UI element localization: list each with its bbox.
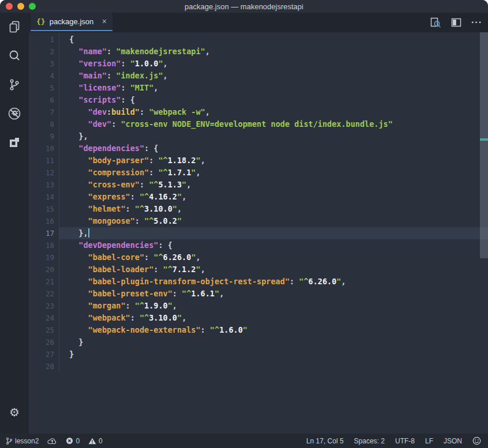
scrollbar[interactable]: [480, 32, 488, 434]
window-title: package.json — makenodejsrestapi: [0, 0, 488, 13]
line-number: 15: [29, 203, 59, 215]
code-lines: 1{2 "name": "makenodejsrestapi",3 "versi…: [29, 32, 488, 372]
line-number: 14: [29, 191, 59, 203]
line-number: 22: [29, 288, 59, 300]
code-line[interactable]: 15 "helmet": "^3.10.0",: [29, 203, 488, 215]
code-text: "name": "makenodejsrestapi",: [59, 46, 488, 58]
line-number: 17: [29, 227, 59, 239]
search-icon: [7, 48, 22, 63]
warnings-indicator[interactable]: 0: [88, 437, 103, 445]
code-line[interactable]: 19 "babel-core": "^6.26.0",: [29, 251, 488, 263]
close-tab-icon[interactable]: ×: [102, 17, 107, 26]
code-text: "compression": "^1.7.1",: [59, 167, 488, 179]
sidebar-item-source-control[interactable]: [0, 70, 29, 99]
code-line[interactable]: 20 "babel-loader": "^7.1.2",: [29, 263, 488, 276]
line-number: 9: [29, 130, 59, 142]
code-line[interactable]: 16 "mongoose": "^5.0.2": [29, 215, 488, 227]
code-line[interactable]: 14 "express": "^4.16.2",: [29, 191, 488, 203]
line-number: 6: [29, 94, 59, 106]
code-text: "dev:build": "webpack -w",: [59, 106, 488, 118]
more-actions-button[interactable]: ···: [471, 20, 482, 25]
status-right: Ln 17, Col 5 Spaces: 2 UTF-8 LF JSON: [306, 436, 488, 445]
code-line[interactable]: 2 "name": "makenodejsrestapi",: [29, 46, 488, 58]
tab-package-json[interactable]: {} package.json ×: [31, 13, 112, 31]
code-line[interactable]: 23 "morgan": "^1.9.0",: [29, 300, 488, 312]
code-line[interactable]: 8 "dev": "cross-env NODE_ENV=development…: [29, 118, 488, 130]
code-line[interactable]: 18 "devDependencies": {: [29, 239, 488, 251]
vscode-window: package.json — makenodejsrestapi: [0, 0, 488, 448]
git-branch-indicator[interactable]: lesson2: [6, 437, 39, 445]
code-line[interactable]: 13 "cross-env": "^5.1.3",: [29, 179, 488, 191]
code-line[interactable]: 3 "version": "1.0.0",: [29, 58, 488, 70]
settings-button[interactable]: ⚙: [0, 398, 29, 427]
code-line[interactable]: 5 "license": "MIT",: [29, 82, 488, 94]
code-text: "devDependencies": {: [59, 239, 488, 251]
line-number: 28: [29, 360, 59, 372]
status-left: lesson2 0: [0, 437, 103, 445]
encoding-indicator[interactable]: UTF-8: [395, 437, 415, 445]
sidebar-item-debug[interactable]: [0, 99, 29, 128]
line-number: 5: [29, 82, 59, 94]
code-line[interactable]: 6 "scripts": {: [29, 94, 488, 106]
line-number: 23: [29, 300, 59, 312]
code-line[interactable]: 28: [29, 360, 488, 372]
code-line[interactable]: 24 "webpack": "^3.10.0",: [29, 312, 488, 324]
code-line[interactable]: 1{: [29, 33, 488, 46]
line-number: 13: [29, 179, 59, 191]
titlebar: package.json — makenodejsrestapi: [0, 0, 488, 13]
line-number: 26: [29, 336, 59, 348]
editor[interactable]: 1{2 "name": "makenodejsrestapi",3 "versi…: [29, 32, 488, 434]
line-number: 4: [29, 70, 59, 82]
feedback-button[interactable]: [472, 436, 481, 445]
find-in-file-icon: [430, 17, 441, 28]
warnings-count: 0: [99, 437, 103, 445]
warning-icon: [88, 438, 96, 445]
code-text: }: [59, 348, 488, 360]
editor-actions: ···: [430, 13, 482, 32]
line-number: 19: [29, 251, 59, 263]
code-text: "webpack-node-externals": "^1.6.0": [59, 324, 488, 336]
line-number: 12: [29, 167, 59, 179]
code-line[interactable]: 25 "webpack-node-externals": "^1.6.0": [29, 324, 488, 336]
code-line[interactable]: 17 },: [29, 227, 488, 239]
language-mode-indicator[interactable]: JSON: [444, 437, 462, 445]
errors-indicator[interactable]: 0: [66, 437, 80, 445]
eol-indicator[interactable]: LF: [425, 437, 433, 445]
code-line[interactable]: 21 "babel-plugin-transform-object-rest-s…: [29, 276, 488, 288]
line-number: 20: [29, 263, 59, 276]
code-text: "babel-core": "^6.26.0",: [59, 251, 488, 263]
code-line[interactable]: 12 "compression": "^1.7.1",: [29, 167, 488, 179]
line-number: 8: [29, 118, 59, 130]
files-icon: [7, 20, 22, 35]
find-in-file-button[interactable]: [430, 17, 441, 28]
line-number: 10: [29, 142, 59, 155]
cloud-upload-icon: [47, 438, 57, 445]
split-editor-button[interactable]: [451, 18, 461, 27]
code-line[interactable]: 27}: [29, 348, 488, 360]
code-line[interactable]: 9 },: [29, 130, 488, 142]
code-line[interactable]: 10 "dependencies": {: [29, 142, 488, 155]
sidebar-item-explorer[interactable]: [0, 13, 29, 42]
scrollbar-thumb[interactable]: [480, 32, 488, 258]
code-text: "helmet": "^3.10.0",: [59, 203, 488, 215]
status-bar: lesson2 0: [0, 434, 488, 448]
code-text: "babel-preset-env": "^1.6.1",: [59, 288, 488, 300]
publish-changes-button[interactable]: [47, 438, 57, 445]
sidebar-item-extensions[interactable]: [0, 128, 29, 157]
line-number: 11: [29, 155, 59, 167]
cursor-position-indicator[interactable]: Ln 17, Col 5: [306, 437, 344, 445]
code-text: },: [59, 130, 488, 142]
overview-ruler-mark: [480, 138, 488, 141]
indentation-indicator[interactable]: Spaces: 2: [354, 437, 385, 445]
code-line[interactable]: 26 }: [29, 336, 488, 348]
code-text: "babel-plugin-transform-object-rest-spre…: [59, 276, 488, 288]
code-line[interactable]: 22 "babel-preset-env": "^1.6.1",: [29, 288, 488, 300]
line-number: 21: [29, 276, 59, 288]
code-text: "express": "^4.16.2",: [59, 191, 488, 203]
code-line[interactable]: 4 "main": "index.js",: [29, 70, 488, 82]
code-line[interactable]: 7 "dev:build": "webpack -w",: [29, 106, 488, 118]
code-text: "version": "1.0.0",: [59, 58, 488, 70]
sidebar-item-search[interactable]: [0, 42, 29, 70]
code-line[interactable]: 11 "body-parser": "^1.18.2",: [29, 155, 488, 167]
line-number: 18: [29, 239, 59, 251]
